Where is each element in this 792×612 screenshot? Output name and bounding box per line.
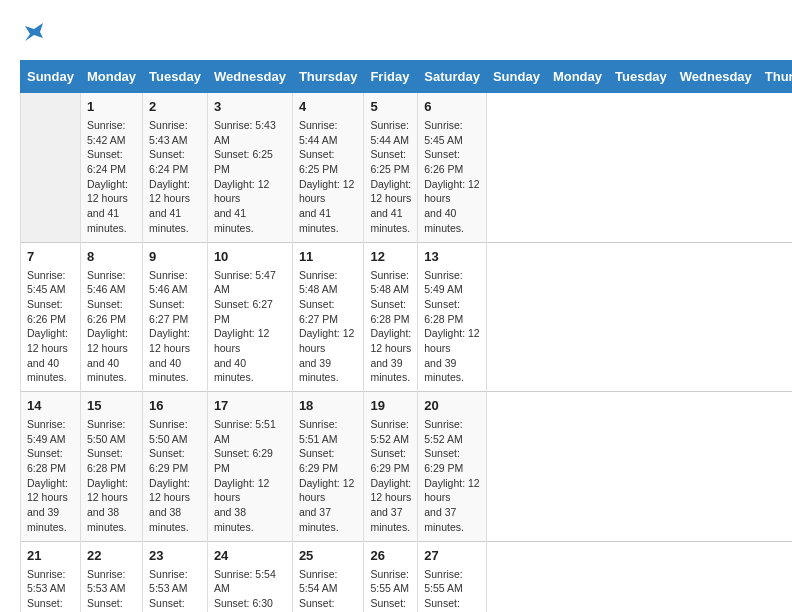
header-sunday: Sunday <box>21 61 81 93</box>
day-number: 27 <box>424 548 480 563</box>
day-info: Sunrise: 5:51 AM Sunset: 6:29 PM Dayligh… <box>214 417 286 535</box>
day-number: 14 <box>27 398 74 413</box>
day-info: Sunrise: 5:54 AM Sunset: 6:30 PM Dayligh… <box>214 567 286 613</box>
day-info: Sunrise: 5:45 AM Sunset: 6:26 PM Dayligh… <box>424 118 480 236</box>
day-info: Sunrise: 5:50 AM Sunset: 6:28 PM Dayligh… <box>87 417 136 535</box>
day-info: Sunrise: 5:55 AM Sunset: 6:30 PM Dayligh… <box>424 567 480 613</box>
day-number: 4 <box>299 99 358 114</box>
header-monday: Monday <box>80 61 142 93</box>
day-number: 18 <box>299 398 358 413</box>
calendar-cell: 5Sunrise: 5:44 AM Sunset: 6:25 PM Daylig… <box>364 93 418 243</box>
day-number: 23 <box>149 548 201 563</box>
day-number: 16 <box>149 398 201 413</box>
calendar-cell: 6Sunrise: 5:45 AM Sunset: 6:26 PM Daylig… <box>418 93 487 243</box>
header-col-sunday: Sunday <box>486 61 546 93</box>
calendar-cell: 7Sunrise: 5:45 AM Sunset: 6:26 PM Daylig… <box>21 242 81 392</box>
logo-bird-icon <box>22 20 46 44</box>
day-info: Sunrise: 5:54 AM Sunset: 6:30 PM Dayligh… <box>299 567 358 613</box>
header-tuesday: Tuesday <box>143 61 208 93</box>
header-col-tuesday: Tuesday <box>609 61 674 93</box>
calendar-cell: 2Sunrise: 5:43 AM Sunset: 6:24 PM Daylig… <box>143 93 208 243</box>
day-info: Sunrise: 5:43 AM Sunset: 6:24 PM Dayligh… <box>149 118 201 236</box>
calendar-cell: 14Sunrise: 5:49 AM Sunset: 6:28 PM Dayli… <box>21 392 81 542</box>
day-number: 8 <box>87 249 136 264</box>
logo <box>20 20 46 44</box>
day-info: Sunrise: 5:53 AM Sunset: 6:30 PM Dayligh… <box>149 567 201 613</box>
day-info: Sunrise: 5:51 AM Sunset: 6:29 PM Dayligh… <box>299 417 358 535</box>
header-col-thursday: Thursday <box>758 61 792 93</box>
day-info: Sunrise: 5:49 AM Sunset: 6:28 PM Dayligh… <box>27 417 74 535</box>
header-friday: Friday <box>364 61 418 93</box>
day-info: Sunrise: 5:49 AM Sunset: 6:28 PM Dayligh… <box>424 268 480 386</box>
day-info: Sunrise: 5:44 AM Sunset: 6:25 PM Dayligh… <box>370 118 411 236</box>
day-number: 6 <box>424 99 480 114</box>
day-info: Sunrise: 5:44 AM Sunset: 6:25 PM Dayligh… <box>299 118 358 236</box>
day-number: 1 <box>87 99 136 114</box>
day-number: 2 <box>149 99 201 114</box>
calendar-cell: 17Sunrise: 5:51 AM Sunset: 6:29 PM Dayli… <box>207 392 292 542</box>
calendar-week-row: 14Sunrise: 5:49 AM Sunset: 6:28 PM Dayli… <box>21 392 793 542</box>
day-number: 22 <box>87 548 136 563</box>
day-number: 7 <box>27 249 74 264</box>
day-info: Sunrise: 5:45 AM Sunset: 6:26 PM Dayligh… <box>27 268 74 386</box>
day-info: Sunrise: 5:46 AM Sunset: 6:26 PM Dayligh… <box>87 268 136 386</box>
day-info: Sunrise: 5:48 AM Sunset: 6:27 PM Dayligh… <box>299 268 358 386</box>
calendar-cell: 21Sunrise: 5:53 AM Sunset: 6:29 PM Dayli… <box>21 541 81 612</box>
calendar-week-row: 1Sunrise: 5:42 AM Sunset: 6:24 PM Daylig… <box>21 93 793 243</box>
day-number: 3 <box>214 99 286 114</box>
calendar-cell: 15Sunrise: 5:50 AM Sunset: 6:28 PM Dayli… <box>80 392 142 542</box>
day-info: Sunrise: 5:53 AM Sunset: 6:29 PM Dayligh… <box>27 567 74 613</box>
day-number: 20 <box>424 398 480 413</box>
calendar-cell: 13Sunrise: 5:49 AM Sunset: 6:28 PM Dayli… <box>418 242 487 392</box>
day-number: 17 <box>214 398 286 413</box>
calendar-cell: 20Sunrise: 5:52 AM Sunset: 6:29 PM Dayli… <box>418 392 487 542</box>
header-col-monday: Monday <box>546 61 608 93</box>
calendar-cell <box>21 93 81 243</box>
calendar-week-row: 7Sunrise: 5:45 AM Sunset: 6:26 PM Daylig… <box>21 242 793 392</box>
day-info: Sunrise: 5:52 AM Sunset: 6:29 PM Dayligh… <box>370 417 411 535</box>
day-info: Sunrise: 5:53 AM Sunset: 6:29 PM Dayligh… <box>87 567 136 613</box>
calendar-cell: 10Sunrise: 5:47 AM Sunset: 6:27 PM Dayli… <box>207 242 292 392</box>
day-info: Sunrise: 5:47 AM Sunset: 6:27 PM Dayligh… <box>214 268 286 386</box>
day-number: 5 <box>370 99 411 114</box>
day-info: Sunrise: 5:43 AM Sunset: 6:25 PM Dayligh… <box>214 118 286 236</box>
header-wednesday: Wednesday <box>207 61 292 93</box>
day-number: 12 <box>370 249 411 264</box>
day-info: Sunrise: 5:52 AM Sunset: 6:29 PM Dayligh… <box>424 417 480 535</box>
day-info: Sunrise: 5:42 AM Sunset: 6:24 PM Dayligh… <box>87 118 136 236</box>
day-number: 11 <box>299 249 358 264</box>
day-number: 15 <box>87 398 136 413</box>
calendar-cell: 12Sunrise: 5:48 AM Sunset: 6:28 PM Dayli… <box>364 242 418 392</box>
calendar-cell: 18Sunrise: 5:51 AM Sunset: 6:29 PM Dayli… <box>292 392 364 542</box>
calendar-cell: 25Sunrise: 5:54 AM Sunset: 6:30 PM Dayli… <box>292 541 364 612</box>
day-number: 25 <box>299 548 358 563</box>
calendar-cell: 1Sunrise: 5:42 AM Sunset: 6:24 PM Daylig… <box>80 93 142 243</box>
calendar-table: SundayMondayTuesdayWednesdayThursdayFrid… <box>20 60 792 612</box>
day-number: 9 <box>149 249 201 264</box>
calendar-cell: 11Sunrise: 5:48 AM Sunset: 6:27 PM Dayli… <box>292 242 364 392</box>
header-thursday: Thursday <box>292 61 364 93</box>
day-info: Sunrise: 5:46 AM Sunset: 6:27 PM Dayligh… <box>149 268 201 386</box>
calendar-cell: 22Sunrise: 5:53 AM Sunset: 6:29 PM Dayli… <box>80 541 142 612</box>
header-saturday: Saturday <box>418 61 487 93</box>
calendar-cell: 26Sunrise: 5:55 AM Sunset: 6:30 PM Dayli… <box>364 541 418 612</box>
calendar-cell: 9Sunrise: 5:46 AM Sunset: 6:27 PM Daylig… <box>143 242 208 392</box>
day-number: 10 <box>214 249 286 264</box>
day-info: Sunrise: 5:50 AM Sunset: 6:29 PM Dayligh… <box>149 417 201 535</box>
calendar-cell: 8Sunrise: 5:46 AM Sunset: 6:26 PM Daylig… <box>80 242 142 392</box>
calendar-cell: 16Sunrise: 5:50 AM Sunset: 6:29 PM Dayli… <box>143 392 208 542</box>
day-info: Sunrise: 5:48 AM Sunset: 6:28 PM Dayligh… <box>370 268 411 386</box>
calendar-header-row: SundayMondayTuesdayWednesdayThursdayFrid… <box>21 61 793 93</box>
calendar-cell: 23Sunrise: 5:53 AM Sunset: 6:30 PM Dayli… <box>143 541 208 612</box>
calendar-cell: 19Sunrise: 5:52 AM Sunset: 6:29 PM Dayli… <box>364 392 418 542</box>
calendar-cell: 4Sunrise: 5:44 AM Sunset: 6:25 PM Daylig… <box>292 93 364 243</box>
calendar-cell: 3Sunrise: 5:43 AM Sunset: 6:25 PM Daylig… <box>207 93 292 243</box>
day-number: 19 <box>370 398 411 413</box>
day-number: 26 <box>370 548 411 563</box>
day-number: 21 <box>27 548 74 563</box>
calendar-cell: 24Sunrise: 5:54 AM Sunset: 6:30 PM Dayli… <box>207 541 292 612</box>
calendar-week-row: 21Sunrise: 5:53 AM Sunset: 6:29 PM Dayli… <box>21 541 793 612</box>
header-col-wednesday: Wednesday <box>673 61 758 93</box>
page-header <box>20 20 772 44</box>
day-number: 13 <box>424 249 480 264</box>
